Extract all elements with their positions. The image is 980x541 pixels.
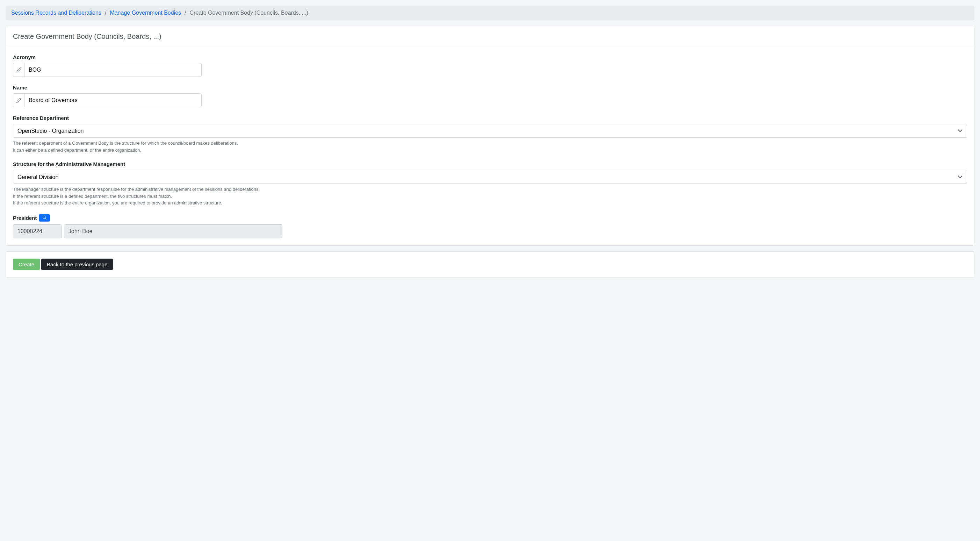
acronym-group: Acronym <box>13 54 967 77</box>
president-label: President <box>13 215 37 221</box>
name-input[interactable] <box>24 93 202 107</box>
acronym-label: Acronym <box>13 54 967 60</box>
pencil-icon <box>13 63 24 77</box>
admin-structure-label: Structure for the Administrative Managem… <box>13 161 967 167</box>
admin-structure-group: Structure for the Administrative Managem… <box>13 161 967 207</box>
page-title: Create Government Body (Councils, Boards… <box>6 26 974 47</box>
footer-card: Create Back to the previous page <box>6 251 974 277</box>
reference-dept-group: Reference Department OpenStudio - Organi… <box>13 115 967 153</box>
reference-dept-help: The referent department of a Government … <box>13 140 967 153</box>
form-card: Create Government Body (Councils, Boards… <box>6 26 974 246</box>
name-label: Name <box>13 84 967 91</box>
name-group: Name <box>13 84 967 107</box>
reference-dept-select[interactable]: OpenStudio - Organization <box>13 124 967 138</box>
acronym-input[interactable] <box>24 63 202 77</box>
president-search-button[interactable] <box>39 214 50 221</box>
create-button[interactable]: Create <box>13 259 40 270</box>
admin-structure-select[interactable]: General Division <box>13 170 967 184</box>
breadcrumb-current: Create Government Body (Councils, Boards… <box>190 10 309 16</box>
breadcrumb-link-manage[interactable]: Manage Government Bodies <box>110 10 181 16</box>
president-name-input <box>64 224 282 238</box>
breadcrumb: Sessions Records and Deliberations / Man… <box>6 6 974 20</box>
back-button[interactable]: Back to the previous page <box>41 259 113 270</box>
reference-dept-label: Reference Department <box>13 115 967 121</box>
breadcrumb-separator: / <box>185 10 186 16</box>
president-id-input <box>13 224 62 238</box>
breadcrumb-separator: / <box>105 10 106 16</box>
breadcrumb-link-sessions[interactable]: Sessions Records and Deliberations <box>11 10 101 16</box>
president-group: President <box>13 214 967 238</box>
pencil-icon <box>13 93 24 107</box>
admin-structure-help: The Manager structure is the department … <box>13 186 967 207</box>
search-icon <box>43 215 46 221</box>
